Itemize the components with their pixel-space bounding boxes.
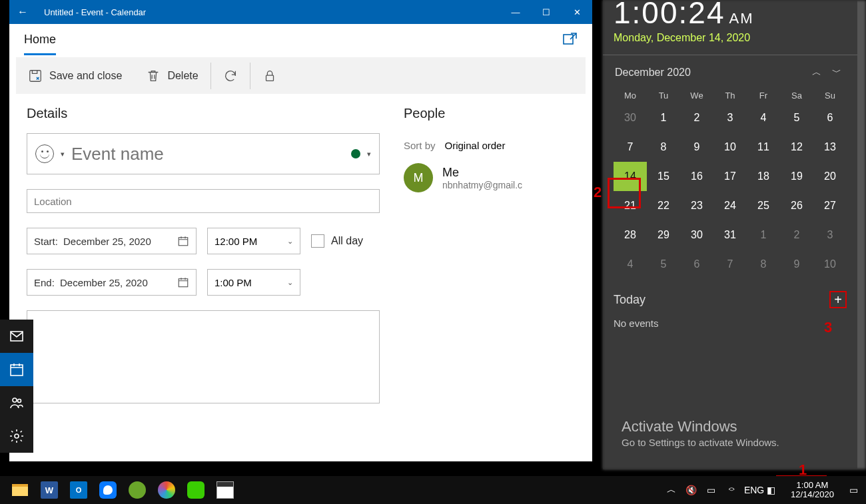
calendar-day[interactable]: 18 xyxy=(747,162,780,191)
minimize-button[interactable]: — xyxy=(500,0,531,24)
calendar-day[interactable]: 5 xyxy=(647,250,680,279)
calendar-day[interactable]: 8 xyxy=(747,250,780,279)
calendar-day[interactable]: 7 xyxy=(713,250,747,279)
calendar-day[interactable]: 22 xyxy=(647,191,680,220)
settings-icon[interactable] xyxy=(0,419,33,453)
calendar-day[interactable]: 17 xyxy=(713,162,747,191)
calendar-day[interactable]: 19 xyxy=(780,162,813,191)
action-center-icon[interactable]: ▭ xyxy=(846,485,861,495)
calendar-day[interactable]: 27 xyxy=(813,191,847,220)
emoji-icon[interactable] xyxy=(35,144,54,163)
calendar-day[interactable]: 3 xyxy=(813,220,847,250)
ime-icon[interactable]: ◧ xyxy=(764,485,779,495)
calendar-day[interactable]: 15 xyxy=(647,162,680,191)
calendar-day[interactable]: 29 xyxy=(647,220,680,250)
calendar-day[interactable]: 3 xyxy=(713,103,747,132)
calendar-day[interactable]: 4 xyxy=(614,250,647,279)
mail-icon[interactable] xyxy=(0,320,33,353)
start-time-field[interactable]: 12:00 PM ⌄ xyxy=(207,228,300,254)
description-field[interactable] xyxy=(27,310,380,403)
calendar-day[interactable]: 4 xyxy=(747,103,780,132)
event-name-field[interactable]: ▾ ▾ xyxy=(27,133,380,174)
calendar-day[interactable]: 10 xyxy=(713,132,747,162)
calendar-day[interactable]: 26 xyxy=(780,191,813,220)
lock-button[interactable] xyxy=(250,57,289,94)
volume-icon[interactable]: 🔇 xyxy=(684,485,699,495)
taskbar-clock[interactable]: 1:00 AM 12/14/2020 xyxy=(784,478,841,502)
popout-icon[interactable] xyxy=(562,31,578,50)
avatar: M xyxy=(404,163,433,192)
svg-rect-2 xyxy=(266,75,273,81)
tab-home[interactable]: Home xyxy=(24,26,56,55)
calendar-app-icon[interactable] xyxy=(0,353,33,386)
calendar-day[interactable]: 23 xyxy=(680,191,713,220)
calendar-day[interactable]: 11 xyxy=(747,132,780,162)
word-icon[interactable]: W xyxy=(35,476,64,504)
checkbox-icon[interactable] xyxy=(311,234,324,248)
messenger-icon[interactable] xyxy=(93,476,123,504)
delete-button[interactable]: Delete xyxy=(134,57,210,94)
end-label: End: xyxy=(34,277,55,288)
calendar-icon xyxy=(177,276,189,288)
refresh-button[interactable] xyxy=(211,57,250,94)
calendar-day[interactable]: 2 xyxy=(680,103,713,132)
calendar-day[interactable]: 24 xyxy=(713,191,747,220)
battery-icon[interactable]: ▭ xyxy=(704,485,719,495)
chevron-down-icon: ⌄ xyxy=(287,278,293,287)
calendar-day[interactable]: 9 xyxy=(780,250,813,279)
file-explorer-icon[interactable] xyxy=(5,476,35,504)
no-events-label: No events xyxy=(614,318,847,329)
calendar-day[interactable]: 28 xyxy=(614,220,647,250)
calendar-day[interactable]: 25 xyxy=(747,191,780,220)
end-time-field[interactable]: 1:00 PM ⌄ xyxy=(207,269,300,296)
month-label[interactable]: December 2020 xyxy=(615,67,691,79)
calendar-day[interactable]: 30 xyxy=(680,220,713,250)
location-input[interactable] xyxy=(27,189,380,213)
calendar-day[interactable]: 1 xyxy=(647,103,680,132)
event-name-input[interactable] xyxy=(71,144,344,164)
month-prev-button[interactable]: ︿ xyxy=(808,67,825,79)
calendar-day[interactable]: 7 xyxy=(614,132,647,162)
dow-cell: We xyxy=(680,88,713,103)
calendar-day[interactable]: 31 xyxy=(713,220,747,250)
wifi-icon[interactable]: ⌔ xyxy=(724,485,739,495)
back-button[interactable]: ← xyxy=(15,6,31,18)
paint-icon[interactable] xyxy=(152,476,181,504)
calendar-day[interactable]: 6 xyxy=(813,103,847,132)
outlook-icon[interactable]: O xyxy=(64,476,93,504)
calendar-chevron-icon[interactable]: ▾ xyxy=(367,150,371,158)
calendar-day[interactable]: 1 xyxy=(747,220,780,250)
add-event-button[interactable]: + xyxy=(829,291,847,308)
clock-date-string[interactable]: Monday, December 14, 2020 xyxy=(614,32,847,44)
line-icon[interactable] xyxy=(181,476,211,504)
people-icon[interactable] xyxy=(0,386,33,419)
titlebar: ← Untitled - Event - Calendar — ☐ ✕ xyxy=(9,0,592,24)
save-and-close-button[interactable]: Save and close xyxy=(16,57,134,94)
calendar-color-dot[interactable] xyxy=(351,149,360,158)
calendar-day[interactable]: 10 xyxy=(813,250,847,279)
language-indicator[interactable]: ENG xyxy=(744,485,759,495)
all-day-checkbox[interactable]: All day xyxy=(311,234,363,248)
sort-value[interactable]: Original order xyxy=(445,140,506,151)
calendar-day[interactable]: 9 xyxy=(680,132,713,162)
calendar-day[interactable]: 20 xyxy=(813,162,847,191)
calendar-day[interactable]: 5 xyxy=(780,103,813,132)
end-date-field[interactable]: End: December 25, 2020 xyxy=(27,269,197,296)
calendar-day[interactable]: 30 xyxy=(614,103,647,132)
maximize-button[interactable]: ☐ xyxy=(531,0,562,24)
month-next-button[interactable]: ﹀ xyxy=(828,67,845,79)
system-tray: ︿ 🔇 ▭ ⌔ ENG ◧ 1:00 AM 12/14/2020 ▭ xyxy=(664,478,861,502)
calendar-day[interactable]: 8 xyxy=(647,132,680,162)
person-row[interactable]: M Me nbnhatmy@gmail.c xyxy=(404,163,522,192)
calendar-day[interactable]: 12 xyxy=(780,132,813,162)
tray-overflow-icon[interactable]: ︿ xyxy=(664,484,679,496)
calendar-taskbar-icon[interactable] xyxy=(211,476,240,504)
coccoc-icon[interactable] xyxy=(123,476,152,504)
calendar-day[interactable]: 2 xyxy=(780,220,813,250)
calendar-day[interactable]: 16 xyxy=(680,162,713,191)
start-date-field[interactable]: Start: December 25, 2020 xyxy=(27,228,197,254)
calendar-day[interactable]: 13 xyxy=(813,132,847,162)
calendar-day[interactable]: 6 xyxy=(680,250,713,279)
emoji-chevron-icon[interactable]: ▾ xyxy=(61,150,65,158)
close-button[interactable]: ✕ xyxy=(562,0,592,24)
